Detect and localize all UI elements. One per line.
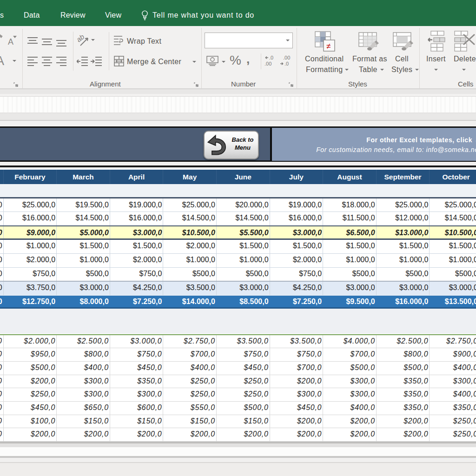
svg-text:.00: .00 [264,61,271,66]
svg-text:≠: ≠ [326,42,331,51]
svg-text:.0: .0 [284,61,289,66]
svg-text:.00: .00 [283,55,290,60]
svg-text:.0: .0 [269,55,273,60]
